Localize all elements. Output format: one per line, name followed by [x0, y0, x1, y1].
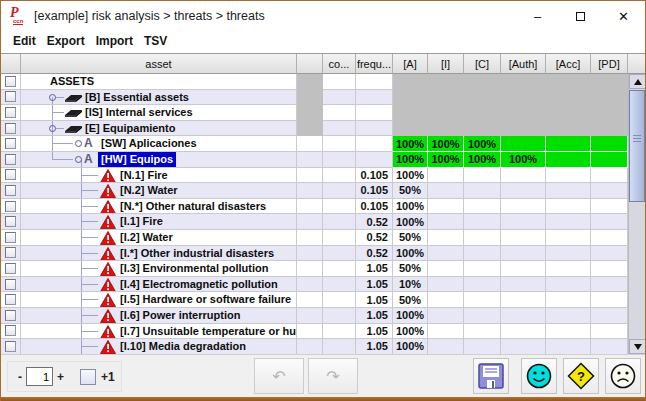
cell-freq[interactable] — [356, 105, 393, 121]
cell-freq[interactable] — [356, 90, 393, 106]
cell-acc[interactable] — [546, 339, 591, 354]
column-header-c[interactable]: [C] — [464, 54, 501, 74]
cell-a[interactable]: 50% — [393, 183, 428, 199]
cell-pd[interactable] — [591, 230, 628, 246]
cell-auth[interactable] — [501, 199, 546, 215]
table-row[interactable]: [I.5] Hardware or software failure1.0550… — [1, 292, 645, 308]
tree-node-label[interactable]: ASSETS — [47, 74, 97, 90]
table-row[interactable]: ASSETS — [1, 74, 645, 90]
cell-auth[interactable] — [501, 74, 546, 90]
vertical-scrollbar[interactable] — [628, 74, 645, 354]
cell-i[interactable] — [428, 277, 464, 293]
tree-node-label[interactable]: [I.10] Media degradation — [117, 339, 249, 354]
tree-node-label[interactable]: [I.6] Power interruption — [117, 308, 243, 324]
maximize-button[interactable] — [559, 1, 602, 31]
increment-button[interactable]: + — [53, 370, 68, 384]
tree-node-label[interactable]: [I.5] Hardware or software failure — [117, 292, 294, 308]
tree-node-label[interactable]: [SW] Aplicaciones — [98, 136, 200, 152]
cell-pd[interactable] — [591, 152, 628, 168]
cell-a[interactable]: 100% — [393, 199, 428, 215]
tree-node-label[interactable]: [I.7] Unsuitable temperature or hum — [117, 324, 297, 340]
table-row[interactable]: [I.2] Water0.5250% — [1, 230, 645, 246]
cell-i[interactable] — [428, 214, 464, 230]
row-checkbox[interactable] — [5, 341, 16, 352]
cell-acc[interactable] — [546, 152, 591, 168]
tree-node-label[interactable]: [I.2] Water — [117, 230, 176, 246]
cell-freq[interactable]: 1.05 — [356, 277, 393, 293]
cell-c[interactable] — [464, 168, 501, 184]
tree-node-label[interactable]: [HW] Equipos — [98, 152, 176, 168]
cell-c[interactable] — [464, 261, 501, 277]
cell-acc[interactable] — [546, 277, 591, 293]
menu-export[interactable]: Export — [45, 34, 94, 50]
cell-a[interactable]: 50% — [393, 261, 428, 277]
cell-i[interactable] — [428, 90, 464, 106]
cell-pd[interactable] — [591, 292, 628, 308]
cell-freq[interactable]: 1.05 — [356, 324, 393, 340]
table-row[interactable]: [N.*] Other natural disasters0.105100% — [1, 199, 645, 215]
tree-node-label[interactable]: [B] Essential assets — [82, 90, 192, 106]
column-header-i[interactable]: [I] — [428, 54, 464, 74]
cell-a[interactable]: 100% — [393, 324, 428, 340]
cell-c[interactable] — [464, 90, 501, 106]
table-row[interactable]: [B] Essential assets — [1, 90, 645, 106]
table-row[interactable]: A[HW] Equipos100%100%100%100% — [1, 152, 645, 168]
cell-i[interactable] — [428, 246, 464, 262]
row-checkbox[interactable] — [5, 91, 16, 102]
cell-pd[interactable] — [591, 261, 628, 277]
cell-a[interactable] — [393, 105, 428, 121]
cell-pd[interactable] — [591, 183, 628, 199]
tree-toggle-collapsed[interactable] — [49, 94, 56, 101]
tree-node-label[interactable]: [N.*] Other natural disasters — [117, 199, 269, 215]
row-checkbox[interactable] — [5, 185, 16, 196]
cell-auth[interactable] — [501, 230, 546, 246]
scrollbar-thumb[interactable] — [629, 90, 645, 202]
cell-freq[interactable]: 0.52 — [356, 214, 393, 230]
cell-c[interactable] — [464, 121, 501, 137]
column-header-pd[interactable]: [PD] — [591, 54, 628, 74]
cell-c[interactable] — [464, 277, 501, 293]
column-header-a[interactable]: [A] — [393, 54, 428, 74]
cell-i[interactable]: 100% — [428, 152, 464, 168]
counter-input[interactable] — [26, 367, 53, 386]
cell-auth[interactable] — [501, 261, 546, 277]
row-checkbox[interactable] — [5, 154, 16, 165]
cell-c[interactable] — [464, 105, 501, 121]
table-row[interactable]: [I.6] Power interruption1.05100% — [1, 308, 645, 324]
row-checkbox[interactable] — [5, 279, 16, 290]
cell-freq[interactable]: 1.05 — [356, 308, 393, 324]
cell-freq[interactable]: 1.05 — [356, 339, 393, 354]
cell-a[interactable] — [393, 121, 428, 137]
sad-face-button[interactable] — [605, 358, 641, 394]
cell-auth[interactable] — [501, 339, 546, 354]
tree-toggle-collapsed[interactable] — [75, 140, 82, 147]
cell-a[interactable]: 10% — [393, 277, 428, 293]
tree-node-label[interactable]: [I.3] Environmental pollution — [117, 261, 272, 277]
tree-node-label[interactable]: [I.4] Electromagnetic pollution — [117, 277, 281, 293]
cell-c[interactable] — [464, 324, 501, 340]
tree-node-label[interactable]: [IS] Internal services — [82, 105, 196, 121]
cell-acc[interactable] — [546, 324, 591, 340]
tree-node-label[interactable]: [E] Equipamiento — [82, 121, 178, 137]
row-checkbox[interactable] — [5, 169, 16, 180]
cell-auth[interactable] — [501, 308, 546, 324]
cell-i[interactable] — [428, 168, 464, 184]
cell-c[interactable]: 100% — [464, 152, 501, 168]
table-row[interactable]: [E] Equipamiento — [1, 121, 645, 137]
row-checkbox[interactable] — [5, 310, 16, 321]
cell-i[interactable] — [428, 292, 464, 308]
table-row[interactable]: [N.2] Water0.10550% — [1, 183, 645, 199]
cell-pd[interactable] — [591, 121, 628, 137]
happy-face-button[interactable] — [521, 358, 557, 394]
column-header-asset[interactable]: asset — [21, 54, 297, 74]
column-header-co[interactable]: co... — [323, 54, 356, 74]
cell-c[interactable] — [464, 74, 501, 90]
cell-acc[interactable] — [546, 168, 591, 184]
cell-freq[interactable]: 1.05 — [356, 261, 393, 277]
menu-tsv[interactable]: TSV — [142, 34, 176, 50]
cell-pd[interactable] — [591, 277, 628, 293]
tree-node-label[interactable]: [N.2] Water — [117, 183, 181, 199]
table-row[interactable]: [I.*] Other industrial disasters0.52100% — [1, 246, 645, 262]
cell-c[interactable] — [464, 339, 501, 354]
cell-pd[interactable] — [591, 246, 628, 262]
